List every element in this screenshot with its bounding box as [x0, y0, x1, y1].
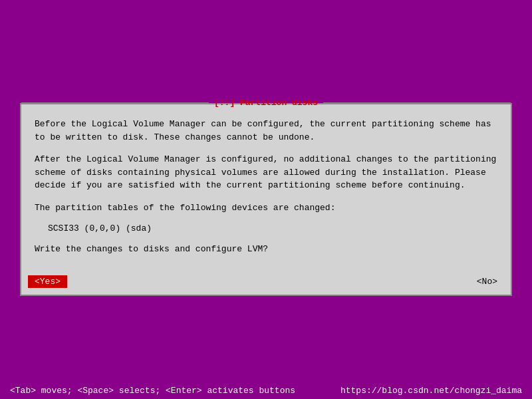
title-bar: [!!] Partition disks [21, 98, 511, 108]
device-entry: SCSI33 (0,0,0) (sda) [48, 223, 152, 233]
status-left-text: <Tab> moves; <Space> selects; <Enter> ac… [10, 386, 295, 396]
title-line-right [323, 102, 511, 103]
yes-button[interactable]: <Yes> [28, 275, 67, 288]
question-text: Write the changes to disks and configure… [35, 243, 497, 256]
buttons-row: <Yes> <No> [21, 275, 511, 295]
status-bar: <Tab> moves; <Space> selects; <Enter> ac… [0, 382, 532, 399]
dialog-body: Before the Logical Volume Manager can be… [21, 104, 511, 275]
title-line-left [21, 102, 209, 103]
dialog-box: [!!] Partition disks Before the Logical … [20, 103, 512, 296]
paragraph-1: Before the Logical Volume Manager can be… [35, 118, 497, 144]
paragraph-2: After the Logical Volume Manager is conf… [35, 153, 497, 192]
paragraph-3: The partition tables of the following de… [35, 201, 497, 215]
no-button[interactable]: <No> [470, 275, 504, 288]
dialog-title: [!!] Partition disks [214, 98, 318, 108]
status-right-text: https://blog.csdn.net/chongzi_daima [340, 386, 522, 396]
device-list: SCSI33 (0,0,0) (sda) [48, 223, 497, 233]
